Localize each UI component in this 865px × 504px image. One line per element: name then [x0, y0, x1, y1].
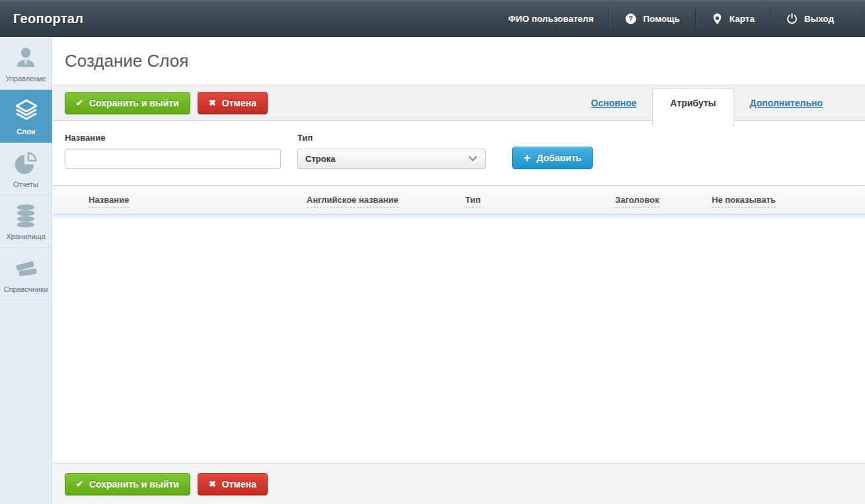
chevron-down-icon [469, 156, 477, 162]
app-logo-title: Геопортал [0, 11, 83, 26]
tab-extra[interactable]: Дополнительно [734, 98, 839, 108]
type-select-value: Строка [305, 154, 335, 164]
add-attribute-button[interactable]: + Добавить [512, 147, 593, 169]
user-fullname: ФИО пользователя [493, 0, 609, 37]
main-content: Создание Слоя ✔ Сохранить и выйти ✖ Отме… [53, 37, 865, 504]
cancel-button[interactable]: ✖ Отмена [198, 92, 268, 114]
save-and-exit-button-bottom[interactable]: ✔ Сохранить и выйти [65, 473, 190, 495]
add-button-wrap: + Добавить [512, 147, 593, 169]
sidebar-item-label: Слои [17, 128, 35, 135]
sidebar-item-reports[interactable]: Отчеты [0, 143, 52, 196]
sidebar-item-dictionaries[interactable]: Справочники [0, 248, 52, 301]
column-header-title: Заголовок [615, 195, 712, 205]
type-field-label: Тип [297, 133, 486, 143]
page-title: Создание Слоя [65, 51, 188, 71]
layers-icon [13, 97, 40, 124]
column-header-name-label[interactable]: Название [89, 195, 129, 207]
svg-text:?: ? [628, 15, 633, 22]
sidebar-item-label: Управление [5, 75, 46, 83]
sidebar-item-label: Хранилища [6, 233, 46, 240]
power-icon [786, 13, 798, 25]
books-icon [13, 256, 38, 281]
save-and-exit-label: Сохранить и выйти [89, 98, 179, 108]
sidebar-item-layers[interactable]: Слои [0, 90, 52, 143]
column-header-title-label[interactable]: Заголовок [615, 195, 659, 207]
cancel-label: Отмена [222, 98, 256, 108]
column-header-name: Название [89, 195, 307, 205]
plus-icon: + [523, 151, 531, 164]
page-title-bar: Создание Слоя [53, 37, 865, 85]
header-nav: ФИО пользователя ? Помощь Карта Выход [493, 0, 865, 37]
database-icon [13, 203, 38, 229]
cancel-label: Отмена [222, 479, 256, 489]
help-icon: ? [624, 13, 637, 25]
attributes-table-header: Название Английское название Тип Заголов… [53, 185, 865, 215]
app-header: Геопортал ФИО пользователя ? Помощь Карт… [0, 0, 865, 37]
attributes-table-body [53, 215, 865, 281]
cross-icon: ✖ [209, 98, 216, 107]
sidebar-item-label: Отчеты [13, 181, 38, 188]
sidebar-item-storages[interactable]: Хранилища [0, 196, 52, 248]
column-header-hide-label[interactable]: Не показывать [712, 195, 776, 207]
tab-attributes[interactable]: Атрибуты [652, 88, 733, 126]
tab-strip: Основное Атрибуты Дополнительно [575, 85, 839, 120]
cancel-button-bottom[interactable]: ✖ Отмена [198, 473, 268, 495]
sidebar: Управление Слои Отчеты Хранилища [0, 37, 52, 504]
column-header-type: Тип [465, 195, 615, 205]
sidebar-item-management[interactable]: Управление [0, 37, 52, 90]
name-input[interactable] [65, 149, 281, 169]
map-button[interactable]: Карта [696, 0, 770, 37]
column-header-type-label[interactable]: Тип [465, 195, 480, 207]
attribute-form: Название Тип Строка + Добавить [53, 121, 865, 169]
save-and-exit-button[interactable]: ✔ Сохранить и выйти [65, 92, 190, 114]
type-field-group: Тип Строка [297, 133, 486, 169]
add-attribute-label: Добавить [537, 153, 582, 163]
help-button[interactable]: ? Помощь [609, 0, 695, 37]
save-and-exit-label: Сохранить и выйти [89, 479, 179, 489]
sidebar-item-label: Справочники [4, 286, 48, 293]
help-label: Помощь [643, 14, 680, 24]
map-label: Карта [730, 14, 755, 24]
checkmark-icon: ✔ [76, 98, 83, 107]
name-field-label: Название [65, 133, 281, 143]
column-header-english-name-label[interactable]: Английское название [307, 195, 398, 207]
name-field-group: Название [65, 133, 281, 169]
user-fullname-label: ФИО пользователя [508, 14, 593, 24]
column-header-english-name: Английское название [307, 195, 465, 205]
top-toolbar: ✔ Сохранить и выйти ✖ Отмена Основное Ат… [53, 85, 865, 121]
bottom-toolbar: ✔ Сохранить и выйти ✖ Отмена [53, 463, 865, 504]
checkmark-icon: ✔ [76, 480, 83, 488]
pie-chart-icon [13, 150, 39, 176]
tab-main[interactable]: Основное [575, 98, 652, 108]
logout-label: Выход [804, 14, 834, 24]
column-header-hide: Не показывать [712, 195, 865, 205]
map-pin-icon [711, 13, 724, 25]
logout-button[interactable]: Выход [771, 0, 849, 37]
type-select[interactable]: Строка [297, 149, 486, 169]
cross-icon: ✖ [209, 480, 216, 488]
user-icon [13, 44, 39, 71]
